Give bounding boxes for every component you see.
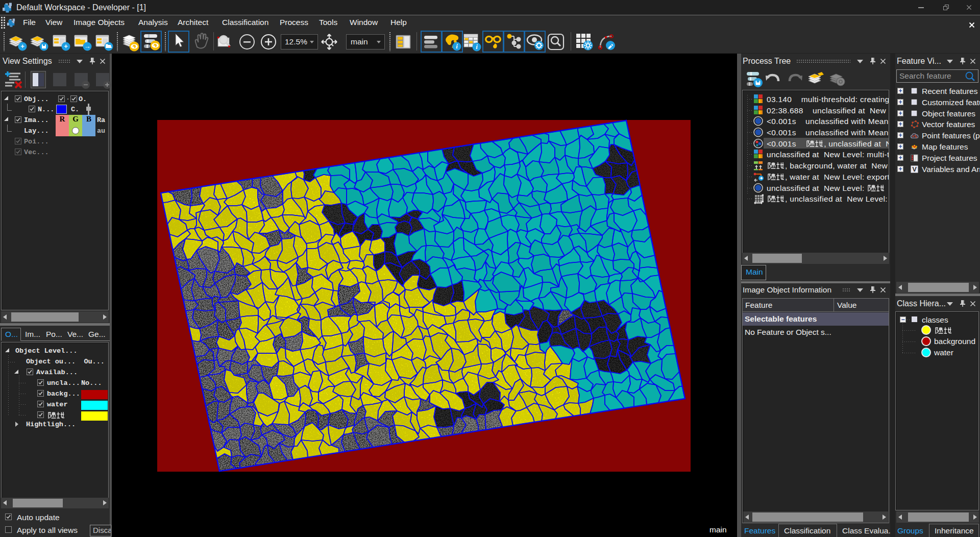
svg-text:V: V — [912, 165, 917, 173]
svg-text:i: i — [476, 43, 478, 51]
svg-text:→: → — [84, 42, 91, 50]
svg-text:+: + — [20, 42, 24, 50]
svg-text:+: + — [64, 42, 68, 50]
svg-text:i: i — [456, 42, 458, 50]
